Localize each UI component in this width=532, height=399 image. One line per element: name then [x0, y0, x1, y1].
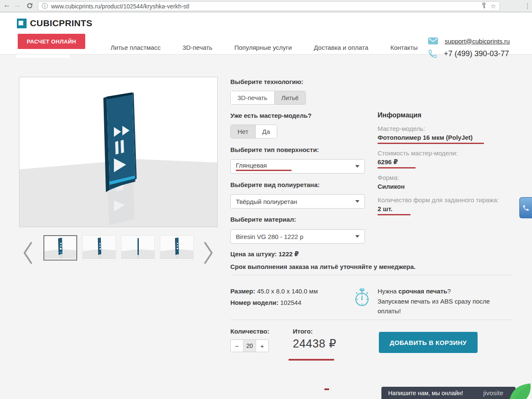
address-bar[interactable]: ⓘ www.cubicprints.ru/product/102544/krys…	[38, 1, 500, 11]
master-model-value: Фотополимер 16 мкм (PolyJet)	[378, 133, 484, 144]
quantity-increase-button[interactable]: +	[256, 340, 268, 352]
unit-price: Цена за штуку: 1222 ₽	[230, 250, 365, 258]
info-row-label: Мастер-модель:	[378, 124, 521, 133]
nav-item-popular-services[interactable]: Популярные услуги	[234, 44, 292, 51]
material-value: Biresin VG 280 - 1222 р	[236, 233, 303, 240]
divider	[230, 275, 513, 275]
total-price: 24438 ₽	[293, 337, 336, 350]
product-render-viewport[interactable]	[19, 77, 218, 227]
nav-item-3d-print[interactable]: 3D-печать	[183, 44, 213, 51]
configuration-options: Выберите технологию: 3D-печать Литьё Уже…	[230, 78, 365, 270]
thumbnail-view-2[interactable]	[82, 235, 116, 261]
model-details: Размер: 45.0 x 8.0 x 140.0 мм Номер моде…	[230, 285, 318, 308]
master-model-toggle: Нет Да	[230, 125, 277, 138]
browser-forward-icon[interactable]: →	[14, 1, 21, 9]
total-annotation-underline	[289, 359, 334, 361]
urgent-line2: Запускаем печать из ABS сразу после опла…	[378, 298, 490, 315]
polyurethane-label: Выберите вид полиуретана:	[230, 181, 365, 189]
browser-toolbar: ← → ⓘ www.cubicprints.ru/product/102544/…	[0, 0, 532, 12]
divider	[230, 320, 513, 320]
browser-menu-icon[interactable]: ⋮	[524, 2, 531, 10]
jivosite-leaf-icon	[509, 383, 532, 399]
phone-icon	[428, 49, 437, 59]
quantity-decrease-button[interactable]: −	[231, 340, 243, 352]
callback-widget-button[interactable]	[519, 197, 532, 218]
master-model-question-label: Уже есть мастер-модель?	[230, 112, 365, 119]
page-info-icon[interactable]: ⓘ	[42, 3, 48, 10]
support-phone-number[interactable]: +7 (499) 390-03-77	[444, 49, 509, 58]
thumbnail-view-4[interactable]	[160, 235, 194, 261]
quantity-stepper: − 20 +	[230, 339, 269, 352]
model-number-value: 102544	[278, 299, 301, 306]
password-key-icon[interactable]	[481, 3, 486, 10]
logo-text: CUBICPRINTS	[30, 18, 92, 28]
add-to-cart-button[interactable]: ДОБАВИТЬ В КОРЗИНУ	[379, 332, 478, 353]
content-tab-stub	[16, 54, 70, 58]
surface-type-value: Глянцевая	[236, 162, 292, 171]
phone-handset-icon	[522, 204, 529, 212]
email-icon	[428, 37, 438, 45]
nav-item-delivery-payment[interactable]: Доставка и оплата	[314, 44, 368, 51]
quantity-value[interactable]: 20	[243, 340, 256, 352]
master-model-option-no[interactable]: Нет	[231, 125, 255, 138]
logo-cube-icon	[17, 19, 27, 28]
gallery-prev-icon[interactable]	[22, 241, 34, 266]
support-email-link[interactable]: support@cubicprints.ru	[445, 38, 510, 45]
surface-type-select[interactable]: Глянцевая	[230, 159, 365, 174]
urgent-print-note: Нужна срочная печать? Запускаем печать и…	[378, 286, 512, 316]
info-panel-title: Информация	[378, 111, 521, 119]
gallery-next-icon[interactable]	[203, 241, 214, 266]
size-value: 45.0 x 8.0 x 140.0 мм	[255, 288, 318, 295]
info-row-label: Форма:	[378, 173, 521, 182]
chat-widget-bar[interactable]: Напишите нам, мы онлайн! jivosite	[381, 387, 516, 399]
material-label: Выберите материал:	[230, 216, 365, 223]
mold-type-value: Силикон	[378, 183, 405, 190]
info-panel: Информация Мастер-модель: Фотополимер 16…	[378, 111, 521, 215]
product-page: Выберите технологию: 3D-печать Литьё Уже…	[0, 55, 532, 399]
urgent-suffix: ?	[447, 288, 451, 295]
chevron-down-icon	[355, 165, 359, 168]
polyurethane-select[interactable]: Твёрдый полиуретан	[230, 194, 365, 209]
browser-refresh-icon[interactable]	[26, 2, 33, 11]
polyurethane-value: Твёрдый полиуретан	[236, 198, 297, 205]
thumbnail-view-1[interactable]	[43, 235, 77, 261]
urgent-bold: срочная печать	[398, 288, 447, 295]
nav-item-plastic-casting[interactable]: Литье пластмасс	[111, 44, 161, 51]
urgent-prefix: Нужна	[378, 288, 398, 295]
mold-count-value: 2 шт.	[378, 204, 410, 215]
stopwatch-icon	[353, 287, 371, 310]
info-row-label: Стоимость мастер-модели:	[378, 149, 521, 157]
online-calculation-button[interactable]: РАСЧЕТ ОНЛАЙН	[18, 34, 85, 49]
chevron-down-icon	[355, 200, 359, 203]
thumbnail-view-3[interactable]	[121, 235, 155, 261]
master-model-option-yes[interactable]: Да	[255, 125, 277, 138]
technology-option-casting[interactable]: Литьё	[274, 91, 305, 104]
url-text[interactable]: www.cubicprints.ru/product/102544/kryshk…	[51, 3, 481, 10]
site-header: CUBICPRINTS РАСЧЕТ ОНЛАЙН Литье пластмас…	[0, 13, 532, 54]
quantity-label: Количество:	[230, 328, 269, 335]
contact-email-row: support@cubicprints.ru	[428, 37, 510, 45]
technology-label: Выберите технологию:	[230, 78, 365, 86]
chevron-down-icon	[355, 235, 359, 238]
contact-phone-row: +7 (499) 390-03-77	[428, 49, 509, 59]
info-row-label: Количество форм для заданного тиража:	[378, 195, 521, 204]
chat-brand: jivosite	[483, 387, 503, 399]
surface-type-label: Выберите тип поверхности:	[230, 146, 365, 154]
master-model-cost-value: 6296 ₽	[378, 157, 416, 168]
bookmark-star-icon[interactable]: ☆	[491, 3, 496, 10]
browser-back-icon[interactable]: ←	[3, 1, 11, 9]
chat-message: Напишите нам, мы онлайн!	[388, 387, 463, 399]
model-number-label: Номер модели:	[230, 299, 278, 306]
size-label: Размер:	[230, 288, 255, 295]
annotation-mark	[324, 388, 329, 390]
lead-time-note: Срок выполнения заказа на литьё уточняйт…	[230, 263, 365, 270]
total-label: Итого:	[293, 328, 313, 335]
product-render	[19, 77, 217, 227]
material-select[interactable]: Biresin VG 280 - 1222 р	[230, 229, 365, 244]
technology-option-3d-print[interactable]: 3D-печать	[231, 91, 274, 104]
main-navigation: Литье пластмасс 3D-печать Популярные усл…	[111, 44, 418, 51]
technology-toggle: 3D-печать Литьё	[230, 91, 306, 105]
nav-item-contacts[interactable]: Контакты	[390, 44, 418, 51]
site-logo[interactable]: CUBICPRINTS	[17, 18, 92, 28]
